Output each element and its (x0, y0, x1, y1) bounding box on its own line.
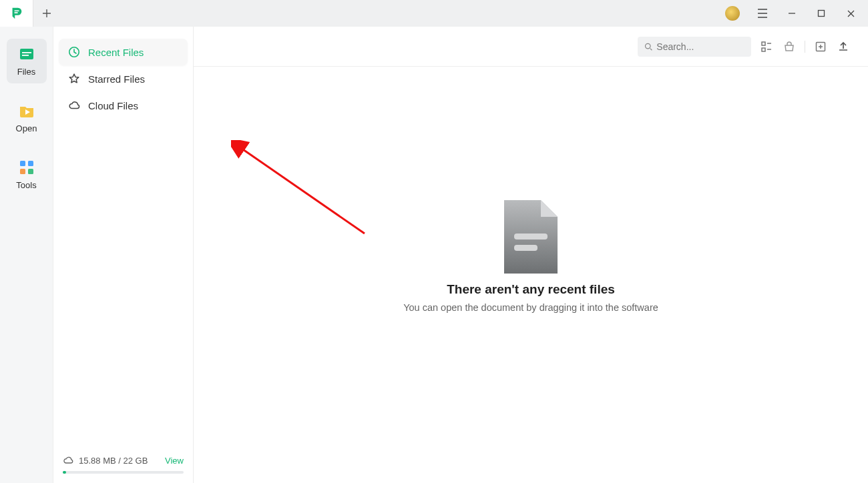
empty-state: There aren't any recent files You can op… (194, 47, 868, 463)
svg-rect-10 (28, 169, 33, 174)
maximize-icon (817, 9, 825, 17)
nav-item-files[interactable]: Files (7, 39, 47, 83)
storage-view-link[interactable]: View (165, 456, 184, 466)
app-logo-tab[interactable] (0, 0, 33, 27)
cloud-icon (68, 99, 80, 111)
svg-rect-13 (762, 42, 765, 45)
maximize-button[interactable] (808, 1, 835, 25)
new-tab-button[interactable] (33, 0, 60, 27)
storage-progress-bar (63, 471, 184, 474)
svg-rect-7 (20, 161, 25, 166)
svg-rect-1 (14, 12, 17, 13)
nav-label: Tools (16, 180, 36, 190)
svg-rect-2 (819, 11, 825, 17)
empty-title: There aren't any recent files (447, 282, 615, 297)
svg-rect-9 (20, 169, 25, 174)
tools-grid-icon (18, 159, 35, 176)
star-icon (68, 73, 80, 85)
svg-rect-3 (20, 49, 33, 59)
nav-item-open[interactable]: Open (7, 95, 47, 140)
minimize-button[interactable] (779, 1, 805, 25)
content-area: There aren't any recent files You can op… (194, 27, 868, 483)
hamburger-menu-button[interactable] (749, 1, 776, 25)
svg-rect-8 (28, 161, 33, 166)
svg-rect-17 (514, 245, 537, 251)
storage-text: 15.88 MB / 22 GB (79, 456, 148, 466)
storage-indicator: 15.88 MB / 22 GB View (59, 450, 188, 483)
sidebar-item-label: Recent Files (88, 47, 144, 58)
plus-icon (42, 9, 51, 18)
titlebar (0, 0, 868, 27)
user-avatar[interactable] (725, 6, 740, 21)
hamburger-icon (757, 9, 768, 18)
nav-label: Files (17, 67, 35, 77)
sidebar-item-starred-files[interactable]: Starred Files (59, 65, 188, 92)
sidebar-item-cloud-files[interactable]: Cloud Files (59, 92, 188, 119)
svg-rect-4 (22, 52, 31, 53)
left-nav: Files Open Tools (0, 27, 53, 483)
sidebar-item-label: Cloud Files (88, 100, 138, 111)
sidebar-item-label: Starred Files (88, 73, 145, 85)
clock-icon (68, 46, 80, 58)
close-button[interactable] (837, 1, 864, 25)
svg-rect-5 (22, 55, 29, 56)
files-icon (18, 45, 35, 63)
files-sidebar: Recent Files Starred Files Cloud Files 1… (53, 27, 194, 483)
empty-subtitle: You can open the document by dragging it… (403, 302, 658, 313)
minimize-icon (787, 9, 797, 18)
close-icon (847, 9, 855, 18)
svg-rect-0 (14, 10, 19, 11)
empty-file-icon (497, 197, 564, 277)
sidebar-item-recent-files[interactable]: Recent Files (59, 39, 188, 65)
cloud-icon (63, 455, 73, 466)
svg-rect-16 (514, 233, 548, 239)
open-folder-icon (18, 102, 35, 119)
nav-item-tools[interactable]: Tools (7, 152, 47, 197)
nav-label: Open (16, 123, 37, 133)
app-logo-icon (9, 6, 24, 21)
